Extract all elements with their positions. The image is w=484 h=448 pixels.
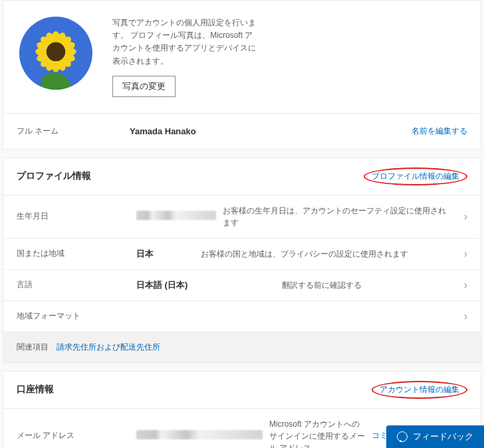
change-photo-button[interactable]: 写真の変更 <box>112 76 176 97</box>
billing-shipping-link[interactable]: 請求先住所および配送先住所 <box>57 342 160 353</box>
email-label: メール アドレス <box>17 430 130 441</box>
avatar <box>19 17 92 90</box>
dob-desc: お客様の生年月日は、アカウントのセーフティ設定に使用されます <box>223 205 449 229</box>
photo-description: 写真でアカウントの個人用設定を行います。 プロフィール写真は、Microsoft… <box>112 17 259 68</box>
feedback-label: フィードバック <box>413 431 473 443</box>
feedback-button[interactable]: フィードバック <box>386 425 484 448</box>
row-region-format[interactable]: 地域フォーマット › <box>3 301 481 332</box>
chevron-right-icon: › <box>455 310 467 322</box>
email-desc: Microsoft アカウントへのサインインに使用するメール アドレス <box>269 418 365 448</box>
edit-name-link[interactable]: 名前を編集する <box>412 126 467 136</box>
sunflower-image <box>19 17 92 90</box>
language-label: 言語 <box>17 279 130 290</box>
row-country[interactable]: 国または地域 日本 お客様の国と地域は、プライバシーの設定に使用されます › <box>3 239 481 270</box>
fullname-label: フル ネーム <box>17 126 130 137</box>
chevron-right-icon: › <box>455 279 467 291</box>
dob-value <box>136 211 216 222</box>
photo-name-card: 写真でアカウントの個人用設定を行います。 プロフィール写真は、Microsoft… <box>3 0 481 150</box>
svg-point-9 <box>47 43 66 62</box>
dob-label: 生年月日 <box>17 211 130 222</box>
name-row: フル ネーム Yamada Hanako 名前を編集する <box>3 114 481 149</box>
chevron-right-icon: › <box>455 211 467 223</box>
redacted-value <box>136 211 216 220</box>
related-row: 関連項目 請求先住所および配送先住所 <box>3 332 481 362</box>
account-header: 口座情報 アカウント情報の編集 <box>3 372 481 409</box>
edit-profile-link[interactable]: プロファイル情報の編集 <box>372 171 459 181</box>
profile-title: プロファイル情報 <box>17 170 91 182</box>
profile-info-card: プロファイル情報 プロファイル情報の編集 生年月日 お客様の生年月日は、アカウン… <box>3 158 481 363</box>
chevron-right-icon: › <box>455 248 467 260</box>
redacted-value <box>136 430 263 439</box>
photo-block: 写真でアカウントの個人用設定を行います。 プロフィール写真は、Microsoft… <box>3 1 481 114</box>
language-desc: 翻訳する前に確認する <box>282 279 449 291</box>
country-desc: お客様の国と地域は、プライバシーの設定に使用されます <box>201 248 449 260</box>
country-value: 日本 <box>136 248 194 260</box>
account-title: 口座情報 <box>17 384 54 395</box>
photo-text: 写真でアカウントの個人用設定を行います。 プロフィール写真は、Microsoft… <box>112 17 259 97</box>
region-format-label: 地域フォーマット <box>17 310 130 322</box>
related-label: 関連項目 <box>17 342 49 353</box>
row-language[interactable]: 言語 日本語 (日本) 翻訳する前に確認する › <box>3 270 481 301</box>
highlight-ellipse: アカウント情報の編集 <box>372 381 467 399</box>
feedback-icon <box>397 431 408 442</box>
highlight-ellipse: プロファイル情報の編集 <box>364 168 467 185</box>
fullname-value: Yamada Hanako <box>130 126 412 136</box>
edit-account-link[interactable]: アカウント情報の編集 <box>380 385 459 394</box>
row-dob[interactable]: 生年月日 お客様の生年月日は、アカウントのセーフティ設定に使用されます › <box>3 195 481 239</box>
profile-header: プロファイル情報 プロファイル情報の編集 <box>3 158 481 195</box>
email-value <box>136 430 263 441</box>
language-value: 日本語 (日本) <box>136 279 275 291</box>
country-label: 国または地域 <box>17 248 130 259</box>
